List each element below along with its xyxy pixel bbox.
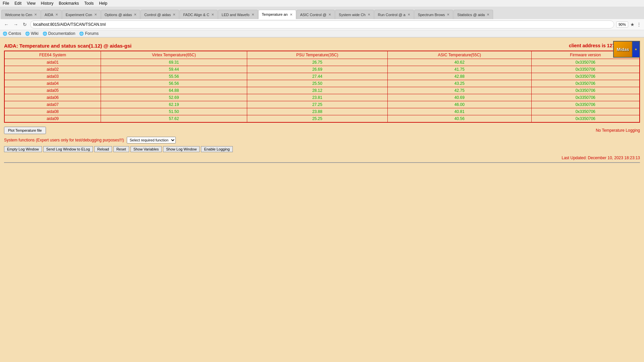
tab-experiment-close[interactable]: ✕ [94,13,97,16]
col-psu: PSU Temperature(35C) [247,51,387,59]
bookmark-wiki[interactable]: 🌐 Wiki [25,31,39,36]
menu-history[interactable]: History [41,1,53,6]
enable-logging-button[interactable]: Enable Logging [201,146,232,152]
tab-options-label: Options @ aidas [105,13,132,17]
cell-r6-c0: aida07 [4,101,101,108]
cell-r3-c4: 0x3350706 [531,80,640,87]
cell-r2-c4: 0x3350706 [531,73,640,80]
globe-icon-docs: 🌐 [43,32,47,36]
tab-aida[interactable]: AIDA ✕ [41,10,62,19]
tab-runcontrol[interactable]: Run Control @ a ✕ [374,10,414,19]
back-button[interactable]: ← [3,21,10,28]
plot-temperature-button[interactable]: Plot Temperature file [4,127,46,134]
reload-button[interactable]: ↻ [21,21,28,28]
cell-r1-c3: 41.75 [387,66,531,73]
cell-r8-c2: 25.25 [247,115,387,123]
cell-r5-c2: 23.81 [247,94,387,101]
cell-r3-c3: 43.25 [387,80,531,87]
tab-spectrum[interactable]: Spectrum Brows ✕ [414,10,453,19]
menu-file[interactable]: File [3,1,9,6]
cell-r3-c0: aida04 [4,80,101,87]
cell-r7-c4: 0x3350706 [531,108,640,115]
globe-icon-wiki: 🌐 [25,32,30,36]
table-row: aida0456.5625.5043.250x3350706 [4,80,640,87]
tab-welcome-close[interactable]: ✕ [34,13,37,16]
cell-r2-c3: 42.88 [387,73,531,80]
tab-options-close[interactable]: ✕ [134,13,137,16]
tab-spectrum-close[interactable]: ✕ [447,13,449,16]
tab-options[interactable]: Options @ aidas ✕ [101,10,141,19]
col-asic: ASIC Temperature(55C) [387,51,531,59]
table-row: aida0259.4426.6941.750x3350706 [4,66,640,73]
menu-dots[interactable]: ⋮ [637,22,641,27]
tab-fadc-label: FADC Align & C [183,13,209,17]
tab-system[interactable]: System wide Ch ✕ [335,10,374,19]
tab-system-close[interactable]: ✕ [368,13,370,16]
cell-r3-c1: 56.56 [101,80,247,87]
tab-control-close[interactable]: ✕ [173,13,175,16]
tab-asic[interactable]: ASIC Control @ ✕ [297,10,335,19]
cell-r0-c4: 0x3350706 [531,59,640,66]
tab-temperature[interactable]: Temperature an ✕ [258,10,296,19]
tab-experiment[interactable]: Experiment Con ✕ [62,10,101,19]
tab-aida-close[interactable]: ✕ [55,13,58,16]
show-variables-button[interactable]: Show Variables [130,146,162,152]
function-select[interactable]: Select required function [127,137,176,143]
page-title: AIDA: Temperature and status scan(1.12) … [4,41,131,51]
table-row: aida0957.6225.2540.560x3350706 [4,115,640,123]
cell-r8-c4: 0x3350706 [531,115,640,123]
bookmark-forums[interactable]: 🌐 Forums [79,31,99,36]
reset-button[interactable]: Reset [113,146,129,152]
bookmark-docs[interactable]: 🌐 Documentation [43,31,75,36]
menu-bookmarks[interactable]: Bookmarks [59,1,79,6]
menu-edit[interactable]: Edit [14,1,21,6]
cell-r4-c2: 28.12 [247,87,387,94]
tab-statistics-close[interactable]: ✕ [487,13,489,16]
tab-led[interactable]: LED and Wavefo ✕ [218,10,258,19]
tab-statistics[interactable]: Statistics @ aida ✕ [453,10,493,19]
empty-log-button[interactable]: Empty Log Window [4,146,42,152]
cell-r1-c1: 59.44 [101,66,247,73]
cell-r6-c3: 46.00 [387,101,531,108]
bookmark-star[interactable]: ★ [630,22,635,27]
send-log-elog-button[interactable]: Send Log Window to ELog [43,146,93,152]
tabs-bar: Welcome to Cen ✕ AIDA ✕ Experiment Con ✕… [0,7,644,19]
zoom-badge: 90% [616,21,628,27]
midas-logo-text: Midas [617,47,629,52]
data-table: FEE64 System Virtex Temperature(65C) PSU… [4,51,640,123]
buttons-row: Empty Log Window Send Log Window to ELog… [4,146,640,152]
cell-r4-c4: 0x3350706 [531,87,640,94]
show-log-window-button[interactable]: Show Log Window [163,146,200,152]
tab-control-label: Control @ aidas [144,13,171,17]
tab-led-close[interactable]: ✕ [252,13,254,16]
tab-runcontrol-close[interactable]: ✕ [408,13,410,16]
tab-temperature-label: Temperature an [262,12,288,16]
menu-view[interactable]: View [27,1,36,6]
tab-experiment-label: Experiment Con [66,13,92,17]
cell-r7-c3: 40.81 [387,108,531,115]
menu-tools[interactable]: Tools [84,1,94,6]
globe-icon-forums: 🌐 [79,32,84,36]
col-fee64: FEE64 System [4,51,101,59]
tab-fadc[interactable]: FADC Align & C ✕ [179,10,218,19]
table-row: aida0762.1927.2546.000x3350706 [4,101,640,108]
menu-help[interactable]: Help [99,1,107,6]
tab-fadc-close[interactable]: ✕ [211,13,214,16]
last-updated: Last Updated: December 10, 2023 18:23:13 [4,156,640,160]
address-input[interactable] [30,20,614,28]
cell-r0-c3: 40.62 [387,59,531,66]
forward-button[interactable]: → [12,21,19,28]
address-bar: ← → ↻ 90% ★ ⋮ [0,19,644,30]
controls-row: Plot Temperature file No Temperature Log… [4,127,640,134]
tab-asic-close[interactable]: ✕ [328,13,331,16]
midas-logo-side: ★ [635,48,638,51]
cell-r2-c2: 27.44 [247,73,387,80]
reload-button-action[interactable]: Reload [94,146,112,152]
tab-control[interactable]: Control @ aidas ✕ [141,10,179,19]
cell-r5-c0: aida06 [4,94,101,101]
tab-temperature-close[interactable]: ✕ [290,13,292,16]
tab-spectrum-label: Spectrum Brows [418,13,445,17]
bookmark-centos[interactable]: 🌐 Centos [3,31,21,36]
tab-welcome[interactable]: Welcome to Cen ✕ [1,10,41,19]
cell-r5-c1: 52.69 [101,94,247,101]
